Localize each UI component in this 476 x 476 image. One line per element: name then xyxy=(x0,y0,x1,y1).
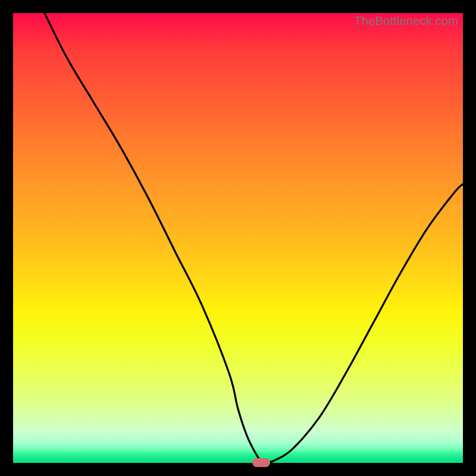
chart-frame: TheBottleneck.com xyxy=(0,0,476,476)
optimal-point-marker xyxy=(252,458,270,467)
bottleneck-curve xyxy=(13,13,463,463)
plot-area: TheBottleneck.com xyxy=(13,13,463,463)
